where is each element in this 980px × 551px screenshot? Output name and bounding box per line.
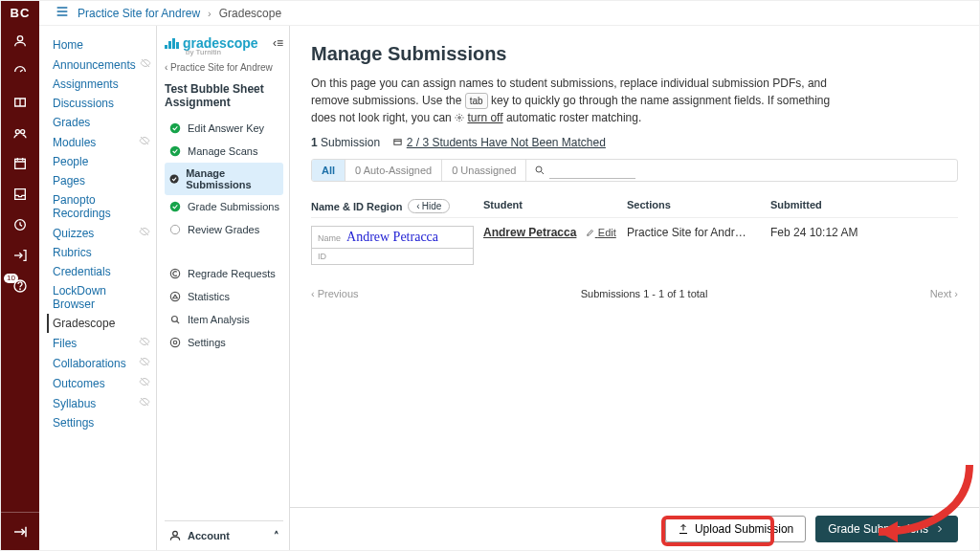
upload-submission-button[interactable]: Upload Submission bbox=[665, 516, 806, 542]
gear-icon bbox=[455, 111, 464, 124]
hamburger-icon[interactable] bbox=[55, 4, 70, 22]
calendar-icon[interactable] bbox=[1, 148, 39, 179]
course-nav-item[interactable]: Outcomes bbox=[47, 373, 156, 393]
svg-point-2 bbox=[21, 130, 25, 134]
breadcrumb-separator: › bbox=[208, 8, 212, 19]
course-nav-item[interactable]: LockDown Browser bbox=[47, 281, 156, 314]
course-nav-item[interactable]: Gradescope bbox=[47, 314, 156, 333]
svg-point-9 bbox=[170, 174, 179, 183]
course-nav-item[interactable]: Settings bbox=[47, 413, 156, 432]
more-item-icon bbox=[168, 313, 182, 326]
tab-key-hint: tab bbox=[465, 93, 488, 109]
section-cell: Practice Site for Andr… bbox=[627, 226, 770, 239]
more-item-icon bbox=[168, 267, 182, 280]
account-icon[interactable] bbox=[1, 26, 39, 56]
course-nav-item[interactable]: Discussions bbox=[47, 94, 156, 113]
upload-icon bbox=[678, 523, 689, 535]
course-nav-item[interactable]: Panopto Recordings bbox=[47, 190, 156, 223]
hide-region-button[interactable]: ‹ Hide bbox=[408, 199, 450, 213]
commons-icon[interactable] bbox=[1, 240, 39, 271]
pager-prev[interactable]: ‹ Previous bbox=[311, 288, 359, 299]
grade-submissions-button[interactable]: Grade Submissions bbox=[815, 516, 958, 542]
course-nav-item[interactable]: Files bbox=[47, 333, 156, 353]
table-row: NameAndrew Petracca ID Andrew Petracca E… bbox=[311, 226, 958, 265]
course-nav-item[interactable]: Home bbox=[47, 35, 156, 55]
page-content: Manage Submissions On this page you can … bbox=[290, 26, 979, 550]
gs-step[interactable]: Manage Scans bbox=[165, 140, 283, 163]
step-status-icon bbox=[168, 223, 182, 236]
gs-step[interactable]: Review Grades bbox=[165, 218, 283, 241]
page-title: Manage Submissions bbox=[311, 43, 958, 65]
tab-all[interactable]: All bbox=[312, 160, 345, 181]
pager: ‹ Previous Submissions 1 - 1 of 1 total … bbox=[311, 288, 958, 299]
account-toggle[interactable]: Account ˄ bbox=[165, 520, 283, 550]
name-region-card[interactable]: NameAndrew Petracca ID bbox=[311, 226, 474, 265]
help-badge: 10 bbox=[4, 274, 18, 283]
dashboard-icon[interactable] bbox=[1, 56, 39, 87]
course-nav-item[interactable]: Syllabus bbox=[47, 393, 156, 413]
breadcrumb-course-link[interactable]: Practice Site for Andrew bbox=[78, 7, 200, 20]
search-input[interactable] bbox=[549, 163, 635, 179]
global-nav: BC 10 bbox=[1, 1, 39, 550]
inbox-icon[interactable] bbox=[1, 179, 39, 209]
svg-point-18 bbox=[458, 117, 461, 120]
svg-point-15 bbox=[170, 338, 179, 346]
gs-step[interactable]: Manage Submissions bbox=[165, 163, 283, 195]
gradescope-back-link[interactable]: ‹ Practice Site for Andrew bbox=[165, 62, 283, 73]
course-nav-item[interactable]: Pages bbox=[47, 171, 156, 190]
course-nav-item[interactable]: Modules bbox=[47, 132, 156, 152]
more-item-icon bbox=[168, 336, 182, 349]
gs-more-item[interactable]: Settings bbox=[165, 331, 283, 354]
courses-icon[interactable] bbox=[1, 87, 39, 118]
course-nav: HomeAnnouncementsAssignmentsDiscussionsG… bbox=[39, 26, 156, 550]
hidden-icon bbox=[139, 135, 150, 149]
step-status-icon bbox=[168, 144, 182, 158]
gradescope-byline: by Turnitin bbox=[186, 48, 283, 56]
gs-step[interactable]: Grade Submissions bbox=[165, 195, 283, 218]
chevron-up-icon: ˄ bbox=[274, 530, 279, 542]
course-nav-item[interactable]: Grades bbox=[47, 113, 156, 132]
course-nav-item[interactable]: Quizzes bbox=[47, 223, 156, 243]
groups-icon[interactable] bbox=[1, 118, 39, 148]
handwritten-name: Andrew Petracca bbox=[346, 230, 438, 245]
svg-point-12 bbox=[170, 269, 179, 277]
expand-tray-icon[interactable] bbox=[1, 512, 39, 550]
course-nav-item[interactable]: People bbox=[47, 152, 156, 171]
gs-more-item[interactable]: Statistics bbox=[165, 285, 283, 308]
tab-unassigned[interactable]: 0 Unassigned bbox=[442, 160, 526, 181]
svg-point-7 bbox=[170, 123, 181, 134]
course-nav-item[interactable]: Credentials bbox=[47, 262, 156, 281]
pager-status: Submissions 1 - 1 of 1 total bbox=[581, 288, 708, 299]
hidden-icon bbox=[139, 376, 150, 390]
tab-auto-assigned[interactable]: 0 Auto-Assigned bbox=[345, 160, 442, 181]
gs-more-item[interactable]: Regrade Requests bbox=[165, 262, 283, 285]
student-link[interactable]: Andrew Petracca bbox=[483, 226, 576, 239]
svg-point-8 bbox=[170, 146, 181, 157]
step-status-icon bbox=[168, 121, 182, 135]
hidden-icon bbox=[139, 226, 150, 240]
warning-icon bbox=[392, 136, 403, 149]
footer-bar: Upload Submission Grade Submissions bbox=[290, 507, 979, 550]
gs-more-item[interactable]: Item Analysis bbox=[165, 308, 283, 331]
help-icon[interactable]: 10 bbox=[1, 271, 39, 301]
edit-link[interactable]: Edit bbox=[586, 227, 616, 238]
assignment-name: Test Bubble Sheet Assignment bbox=[165, 82, 283, 109]
hidden-icon bbox=[139, 356, 150, 370]
course-nav-item[interactable]: Rubrics bbox=[47, 243, 156, 262]
page-description: On this page you can assign names to stu… bbox=[311, 75, 847, 126]
history-icon[interactable] bbox=[1, 209, 39, 240]
course-nav-item[interactable]: Assignments bbox=[47, 75, 156, 94]
svg-rect-3 bbox=[15, 159, 26, 168]
chevron-right-icon bbox=[934, 523, 946, 535]
course-nav-item[interactable]: Collaborations bbox=[47, 353, 156, 373]
search-icon bbox=[534, 165, 546, 176]
submission-count: 1 bbox=[311, 136, 318, 149]
course-nav-item[interactable]: Announcements bbox=[47, 55, 156, 75]
breadcrumb: Practice Site for Andrew › Gradescope bbox=[39, 1, 979, 26]
unmatched-warning-link[interactable]: 2 / 3 Students Have Not Been Matched bbox=[407, 136, 606, 149]
gradescope-panel: gradescope ‹≡ by Turnitin ‹ Practice Sit… bbox=[156, 26, 290, 550]
gs-step[interactable]: Edit Answer Key bbox=[165, 117, 283, 140]
turn-off-link[interactable]: turn off bbox=[467, 111, 502, 124]
institution-logo[interactable]: BC bbox=[1, 1, 39, 26]
pager-next[interactable]: Next › bbox=[930, 288, 958, 299]
